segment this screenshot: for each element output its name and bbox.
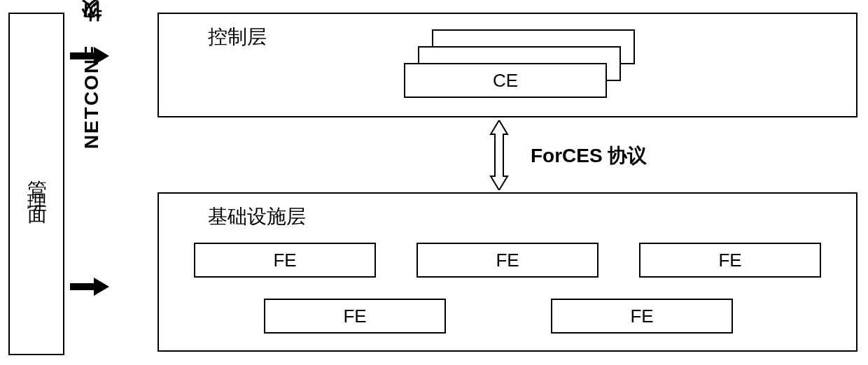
- infrastructure-layer-box: 基础设施层 FE FE FE FE FE: [158, 192, 858, 352]
- fe-label: FE: [630, 306, 653, 327]
- control-layer-title: 控制层: [208, 24, 267, 50]
- fe-box: FE: [194, 243, 376, 278]
- fe-label: FE: [343, 306, 366, 327]
- arrow-to-infra-icon: [70, 280, 109, 294]
- fe-box: FE: [551, 299, 733, 334]
- fe-box: FE: [416, 243, 598, 278]
- ce-box-front: CE: [404, 63, 607, 98]
- fe-label: FE: [273, 250, 296, 271]
- control-layer-box: 控制层 CE: [158, 13, 858, 117]
- forces-protocol-label: ForCES 协议: [531, 143, 647, 169]
- fe-box: FE: [264, 299, 446, 334]
- infrastructure-layer-title: 基础设施层: [208, 203, 306, 230]
- arrow-to-control-icon: [70, 49, 109, 63]
- fe-label: FE: [496, 250, 519, 271]
- ce-label: CE: [493, 70, 518, 92]
- management-panel: 管理面: [8, 13, 64, 355]
- double-arrow-icon: [486, 120, 512, 190]
- fe-box: FE: [639, 243, 821, 278]
- management-panel-label: 管理面: [23, 165, 50, 203]
- svg-marker-0: [491, 120, 507, 190]
- fe-label: FE: [718, 250, 741, 271]
